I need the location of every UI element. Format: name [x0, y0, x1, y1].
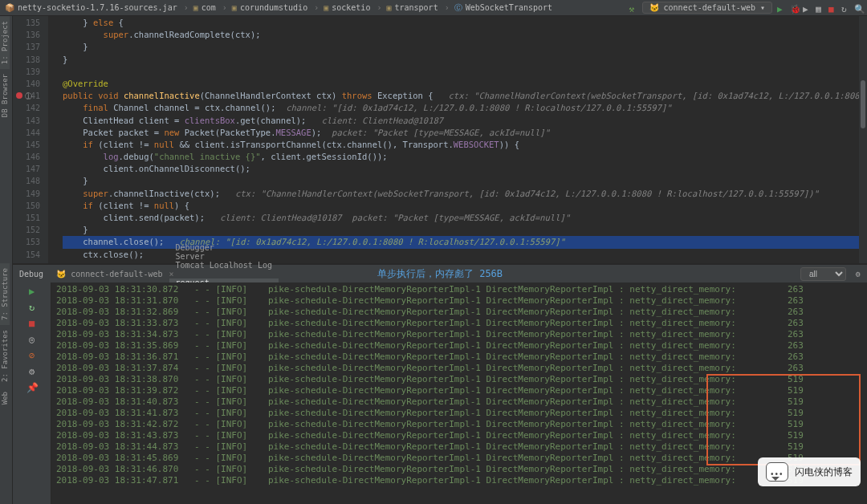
wechat-bubble-icon: ••• [766, 462, 788, 482]
resume-button[interactable]: ▶ [26, 286, 38, 297]
run-button[interactable]: ▶ [777, 4, 785, 12]
web-tool-tab[interactable]: Web [0, 387, 10, 409]
breadcrumb-item[interactable]: ⒸWebSocketTransport [454, 2, 552, 14]
settings-button[interactable]: ⚙ [26, 366, 38, 377]
code-line[interactable]: client.send(packet); client: ClientHead@… [63, 212, 867, 224]
code-line[interactable]: client.onChannelDisconnect(); [63, 163, 867, 175]
code-line[interactable]: } else { [63, 17, 867, 29]
override-gutter-icon[interactable]: ⓘ [25, 91, 31, 97]
line-number[interactable]: 152 [13, 224, 40, 236]
update-button[interactable]: ↻ [841, 4, 849, 12]
code-line[interactable]: @Override [63, 78, 867, 90]
debug-title: Debug [13, 265, 50, 282]
editor-scrollbar[interactable] [859, 16, 867, 263]
code-line[interactable]: if (client != null) { [63, 200, 867, 212]
debug-tab[interactable]: Server [169, 252, 279, 261]
breadcrumb-item[interactable]: ▣socketio› [324, 3, 381, 12]
structure-tool-tab[interactable]: 7: Structure [0, 263, 10, 325]
log-level: - - [INFO] [194, 295, 268, 307]
stop-button[interactable]: ■ [828, 4, 836, 12]
log-timestamp: 2018-09-03 18:31:32.869 [56, 307, 194, 318]
code-line[interactable]: if (client != null && client.isTransport… [63, 139, 867, 151]
line-number[interactable]: 144 [13, 127, 40, 139]
log-line: 2018-09-03 18:31:37.874- - [INFO]pike-sc… [56, 363, 862, 374]
run-config-selector[interactable]: 🐱 connect-default-web ▾ [642, 2, 772, 14]
filter-icon[interactable]: ⚙ [856, 270, 861, 278]
build-icon[interactable]: ⚒ [629, 4, 637, 12]
breadcrumb-label: WebSocketTransport [466, 3, 552, 12]
line-number[interactable]: 150 [13, 200, 40, 212]
debug-tab[interactable]: Debugger [169, 243, 279, 252]
line-number[interactable]: 137 [13, 41, 40, 53]
line-number[interactable]: 153 [13, 236, 40, 248]
scrollbar-thumb[interactable] [861, 80, 865, 128]
log-line: 2018-09-03 18:31:36.871- - [INFO]pike-sc… [56, 352, 862, 363]
code-area[interactable]: } else { super.channelReadComplete(ctx);… [48, 16, 867, 263]
line-number[interactable]: 154 [13, 249, 40, 261]
log-level: - - [INFO] [194, 475, 268, 486]
log-level: - - [INFO] [194, 419, 268, 430]
db-browser-tool-tab[interactable]: DB Browser [0, 69, 10, 122]
pin-button[interactable]: 📌 [26, 382, 38, 393]
log-line: 2018-09-03 18:31:47.871- - [INFO]pike-sc… [56, 475, 862, 486]
debug-tab[interactable]: Tomcat Localhost Log [169, 261, 279, 270]
line-number[interactable]: 135 [13, 17, 40, 29]
code-line[interactable]: super.channelReadComplete(ctx); [63, 29, 867, 41]
coverage-button[interactable]: ▶ [803, 4, 811, 12]
code-line[interactable] [63, 66, 867, 78]
line-number[interactable]: 145 [13, 139, 40, 151]
code-line[interactable]: final Channel channel = ctx.channel(); c… [63, 102, 867, 114]
log-timestamp: 2018-09-03 18:31:33.873 [56, 318, 194, 329]
code-line[interactable]: public void channelInactive(ChannelHandl… [63, 90, 867, 102]
code-line[interactable]: } [63, 41, 867, 53]
editor-gutter[interactable]: 135136137138139140141ⓘ142143144145146147… [13, 16, 48, 263]
code-line[interactable]: log.debug("channel inactive {}", client.… [63, 151, 867, 163]
code-line[interactable]: } [63, 175, 867, 187]
line-number[interactable]: 147 [13, 163, 40, 175]
breadcrumb-item[interactable]: ▣corundumstudio› [232, 3, 319, 12]
line-number[interactable]: 138 [13, 54, 40, 66]
project-tool-tab[interactable]: 1: Project [0, 16, 10, 69]
line-number[interactable]: 148 [13, 175, 40, 187]
line-number[interactable]: 142 [13, 102, 40, 114]
annotation-text: 单步执行后，内存彪了 256B [377, 267, 503, 281]
breadcrumb-item[interactable]: ▣com› [193, 3, 227, 12]
search-icon[interactable]: 🔍 [854, 4, 862, 12]
log-message: pike-schedule-DirectMemoryReporterImpl-1… [268, 340, 862, 352]
code-line[interactable]: } [63, 54, 867, 66]
line-number[interactable]: 149 [13, 188, 40, 200]
log-line: 2018-09-03 18:31:35.869- - [INFO]pike-sc… [56, 340, 862, 352]
console-log[interactable]: 2018-09-03 18:31:30.872- - [INFO]pike-sc… [51, 282, 867, 504]
stop-debug-button[interactable]: ■ [26, 318, 38, 329]
code-line[interactable]: super.channelInactive(ctx); ctx: "Channe… [63, 188, 867, 200]
line-number[interactable]: 136 [13, 29, 40, 41]
code-line[interactable]: Packet packet = new Packet(PacketType.ME… [63, 127, 867, 139]
mute-breakpoints-button[interactable]: ⊘ [26, 350, 38, 361]
code-editor[interactable]: 135136137138139140141ⓘ142143144145146147… [13, 16, 867, 263]
breadcrumb-item[interactable]: ▣transport› [386, 3, 449, 12]
breadcrumb-item[interactable]: 📦netty-socketio-1.7.16-sources.jar› [5, 3, 189, 12]
line-number[interactable]: 143 [13, 115, 40, 127]
rerun-button[interactable]: ↻ [26, 302, 38, 313]
log-filter[interactable]: all ⚙ [800, 267, 861, 281]
tomcat-icon: 🐱 [649, 3, 659, 12]
favorites-tool-tab[interactable]: 2: Favorites [0, 325, 10, 387]
view-breakpoints-button[interactable]: ◎ [26, 334, 38, 345]
lib-icon: 📦 [5, 3, 14, 12]
log-timestamp: 2018-09-03 18:31:36.871 [56, 352, 194, 363]
line-number[interactable]: 146 [13, 151, 40, 163]
profile-button[interactable]: ▦ [816, 4, 824, 12]
code-line[interactable]: } [63, 224, 867, 236]
debug-run-config[interactable]: 🐱 connect-default-web [50, 265, 169, 282]
line-number[interactable]: 139 [13, 66, 40, 78]
log-timestamp: 2018-09-03 18:31:35.869 [56, 340, 194, 352]
log-level: - - [INFO] [194, 352, 268, 363]
log-message: pike-schedule-DirectMemoryReporterImpl-1… [268, 352, 862, 363]
line-number[interactable]: 140 [13, 78, 40, 90]
line-number[interactable]: 151 [13, 212, 40, 224]
log-level: - - [INFO] [194, 374, 268, 385]
code-line[interactable]: ClientHead client = clientsBox.get(chann… [63, 115, 867, 127]
debug-button[interactable]: 🐞 [790, 4, 798, 12]
close-tab-icon[interactable]: × [169, 270, 174, 278]
log-filter-select[interactable]: all [800, 267, 846, 281]
